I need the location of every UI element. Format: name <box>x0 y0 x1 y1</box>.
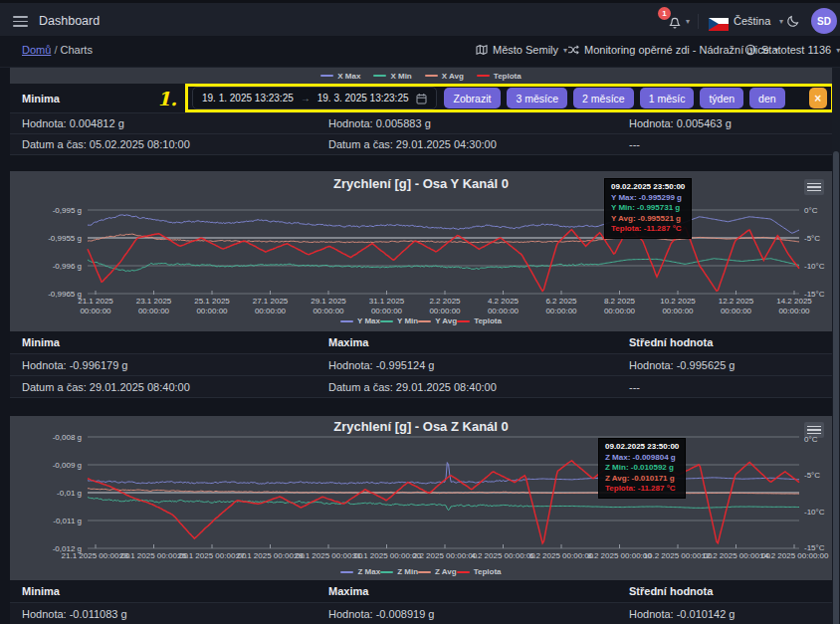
maxima-header: Maxima <box>328 585 368 597</box>
chevron-down-icon[interactable]: ▾ <box>779 17 783 26</box>
annotation-marker: 1. <box>157 84 177 113</box>
table-row: Datum a čas: 29.01.2025 08:40:00 Datum a… <box>10 376 832 398</box>
range-day-button[interactable]: den <box>749 88 785 108</box>
legend-item-x-avg[interactable]: X Avg <box>425 72 464 81</box>
legend-label: Teplota <box>494 72 522 81</box>
partial-chart-legend: X MaxX MinX AvgTeplota <box>320 72 521 81</box>
breadcrumb-row: Domů / Charts Město Semily ▾ Monitoring … <box>0 36 840 68</box>
svg-text:23.1 2025: 23.1 2025 <box>136 297 172 306</box>
legend-item-teplota[interactable]: Teplota <box>477 72 522 81</box>
shuffle-icon <box>567 44 579 56</box>
stat-value: Hodnota: -0.010142 g <box>629 608 735 620</box>
legend-item-x-min[interactable]: X Min <box>373 72 411 81</box>
avatar[interactable]: SD <box>811 8 837 34</box>
chart-canvas[interactable]: -0,008 g-0,009 g-0,01 g-0,011 g-0,012 g0… <box>10 416 832 580</box>
minima-header: Minima <box>22 336 60 348</box>
svg-text:00:00:00: 00:00:00 <box>371 307 403 315</box>
legend-item-y-avg[interactable]: Y Avg <box>418 316 457 325</box>
legend-item-z-max[interactable]: Z Max <box>340 567 380 576</box>
highlight-box: 19. 1. 2025 13:23:25 → 19. 3. 2025 13:23… <box>185 84 834 112</box>
chevron-down-icon[interactable]: ▾ <box>686 17 690 26</box>
svg-text:00:00:00: 00:00:00 <box>80 307 111 315</box>
calendar-icon[interactable] <box>416 93 427 104</box>
date-to[interactable]: 19. 3. 2025 13:23:25 <box>317 93 409 104</box>
tooltip-row: Y Min: -0.995731 g <box>611 203 685 214</box>
svg-text:00:00:00: 00:00:00 <box>429 307 461 315</box>
tooltip-datetime: 09.02.2025 23:50:00 <box>611 182 685 193</box>
table-row: Hodnota: -0.996179 g Hodnota: -0.995124 … <box>10 354 832 376</box>
svg-text:4.2 2025 00:00:00: 4.2 2025 00:00:00 <box>471 551 535 560</box>
chart-tooltip: 09.02.2025 23:50:00 Z Max: -0.009804 gZ … <box>598 438 686 499</box>
legend-item-teplota[interactable]: Teplota <box>457 567 502 576</box>
svg-text:12.2 2025: 12.2 2025 <box>719 297 754 306</box>
scrollbar-track[interactable] <box>832 68 840 624</box>
stat-value: Hodnota: -0.008919 g <box>328 608 434 620</box>
date-from[interactable]: 19. 1. 2025 13:23:25 <box>202 93 294 104</box>
legend-dash <box>477 75 490 77</box>
svg-text:2.2 2025: 2.2 2025 <box>429 297 461 306</box>
stat-datetime: Datum a čas: 29.01.2025 04:30:00 <box>328 138 497 150</box>
breadcrumb-separator: / <box>54 44 57 56</box>
legend-item-z-min[interactable]: Z Min <box>380 567 418 576</box>
chart-canvas[interactable]: -0,995 g-0,9955 g-0,996 g-0,9965 g0°C-5°… <box>10 171 832 331</box>
scrollbar-thumb[interactable] <box>833 151 839 624</box>
legend-item-x-max[interactable]: X Max <box>320 72 360 81</box>
legend-label: Teplota <box>474 567 502 576</box>
stat-value: Hodnota: -0.011083 g <box>22 608 127 620</box>
clock-icon <box>744 44 756 56</box>
breadcrumb-current: Charts <box>61 44 93 56</box>
legend-label: Z Avg <box>435 567 457 576</box>
legend-item-y-min[interactable]: Y Min <box>380 316 418 325</box>
stat-value: Hodnota: 0.004812 g <box>22 117 124 129</box>
legend-dash <box>340 571 353 573</box>
table-row: Hodnota: 0.004812 g Hodnota: 0.005883 g … <box>10 113 832 134</box>
svg-text:-10°C: -10°C <box>804 262 825 271</box>
legend-item-z-avg[interactable]: Z Avg <box>418 567 457 576</box>
breadcrumb-home-link[interactable]: Domů <box>22 44 51 56</box>
table-header-row: Minima Maxima Střední hodnota <box>10 331 832 354</box>
stat-value: Hodnota: 0.005463 g <box>629 117 732 129</box>
legend-label: Z Max <box>357 567 380 576</box>
tooltip-row: Y Avg: -0.995521 g <box>611 214 685 225</box>
svg-text:0°C: 0°C <box>804 206 818 215</box>
stat-value: Hodnota: -0.995124 g <box>328 359 434 371</box>
hamburger-menu-icon[interactable] <box>13 16 28 27</box>
range-2-months-button[interactable]: 2 měsíce <box>573 88 634 108</box>
stat-value: Hodnota: -0.996179 g <box>22 359 127 371</box>
svg-text:14.2 2025 00:00:00: 14.2 2025 00:00:00 <box>760 551 830 560</box>
table-header-row: Minima Maxima Střední hodnota <box>10 580 832 603</box>
language-selector[interactable]: Čeština <box>734 15 770 27</box>
stat-datetime: Datum a čas: 05.02.2025 08:10:00 <box>22 138 190 150</box>
legend-item-y-max[interactable]: Y Max <box>340 316 380 325</box>
legend-item-teplota[interactable]: Teplota <box>457 316 502 325</box>
close-filter-button[interactable]: × <box>809 88 827 108</box>
svg-text:-10°C: -10°C <box>804 508 825 517</box>
svg-text:8.2 2025: 8.2 2025 <box>604 297 636 306</box>
stat-datetime: Datum a čas: 29.01.2025 08:40:00 <box>22 381 190 393</box>
svg-text:00:00:00: 00:00:00 <box>662 307 694 315</box>
range-week-button[interactable]: týden <box>700 88 743 108</box>
range-3-months-button[interactable]: 3 měsíce <box>507 88 567 108</box>
legend-label: Teplota <box>474 316 502 325</box>
legend-label: X Min <box>390 72 411 81</box>
tooltip-row: Z Max: -0.009804 g <box>605 453 679 464</box>
city-selector[interactable]: Město Semily ▾ <box>476 44 567 56</box>
svg-text:-0,008 g: -0,008 g <box>53 433 82 442</box>
svg-text:6.2 2025 00:00:00: 6.2 2025 00:00:00 <box>529 551 594 560</box>
svg-text:-5°C: -5°C <box>804 471 820 480</box>
filter-toolbar-row: Minima 1. 19. 1. 2025 13:23:25 → 19. 3. … <box>10 84 832 113</box>
minima-header: Minima <box>22 93 60 104</box>
svg-text:21.1 2025: 21.1 2025 <box>78 297 113 306</box>
maxima-header: Maxima <box>328 336 368 348</box>
moon-icon[interactable] <box>785 13 801 29</box>
range-1-month-button[interactable]: 1 měsíc <box>640 88 695 108</box>
legend-label: X Avg <box>442 72 464 81</box>
mean-header: Střední hodnota <box>629 336 713 348</box>
svg-text:00:00:00: 00:00:00 <box>488 307 520 315</box>
svg-text:00:00:00: 00:00:00 <box>721 307 752 315</box>
legend-label: Z Min <box>397 567 418 576</box>
device-selector[interactable]: Statotest 1136 ▾ <box>744 44 840 56</box>
table-row: Hodnota: -0.011083 g Hodnota: -0.008919 … <box>10 603 832 624</box>
date-range-input[interactable]: 19. 1. 2025 13:23:25 → 19. 3. 2025 13:23… <box>192 87 437 109</box>
show-button[interactable]: Zobrazit <box>444 88 502 108</box>
